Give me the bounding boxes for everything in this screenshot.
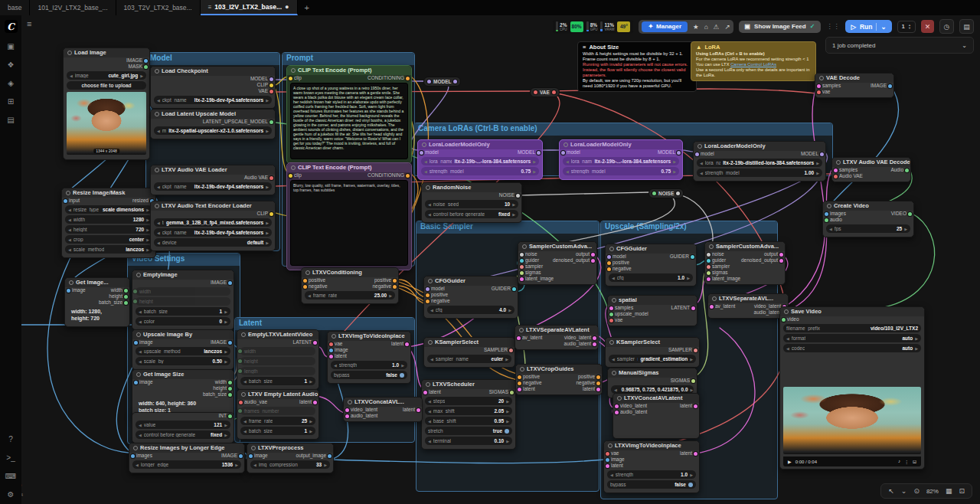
cfg-guider-basic[interactable]: CFGGuidermodelGUIDERpositivenegative◀cfg… [423,276,518,319]
widget-img_compression[interactable]: ◀img_compression33▶ [250,460,330,469]
output-slot-positive[interactable]: positive [578,374,600,380]
slot-dot[interactable] [329,349,333,352]
slot-dot[interactable] [817,84,821,88]
ltxv-conditioning[interactable]: LTXVConditioningpositivepositivenegative… [301,267,399,304]
collapse-icon[interactable] [155,69,159,74]
slot-dot[interactable] [67,289,70,293]
input-slot-sigmas[interactable]: sigmas [520,270,541,276]
output-slot-INT[interactable]: INT [219,413,232,419]
slot-dot[interactable] [512,287,516,291]
canvas-menu-icon[interactable]: ≡ [27,19,31,28]
arrow-left-icon[interactable]: ◀ [243,429,247,434]
widget-ckpt_name[interactable]: ◀ckpt_nameltx-2-19b-dev-fp4.safetensors▶ [154,182,272,191]
output-slot-negative[interactable]: negative [576,380,600,386]
int-primitive[interactable]: INT◀value121▶◀control before generatefix… [132,412,234,443]
input-slot-guider[interactable]: guider [707,257,726,263]
widget-width[interactable]: ◀width1280▶ [65,215,152,224]
arrow-right-icon[interactable]: ▶ [533,169,536,174]
output-slot-negative[interactable]: negative [372,283,397,290]
ltxv-audio-vae-loader[interactable]: LTXV Audio VAE LoaderAudio VAE◀ckpt_name… [150,165,276,195]
slot-dot[interactable] [518,375,521,379]
tab-1[interactable]: 101_I2V_LTX2_base_... [30,0,116,15]
widget-text_encoder[interactable]: ◀text_encodergemma_3_12B_it_fp4_mixed.sa… [154,218,272,227]
node-title[interactable]: Load Checkpoint [151,67,275,76]
slot-dot[interactable] [345,408,349,412]
output-slot-denoised_output[interactable]: denoised_output [741,257,783,263]
arrow-left-icon[interactable]: ◀ [428,419,431,424]
output-slot-IMAGE[interactable]: IMAGE [211,339,232,345]
load-image[interactable]: Load ImageIMAGEMASK◀imagecute_girl.jpg▶c… [63,47,150,160]
slot-dot[interactable] [64,199,67,203]
ksampler-select-basic[interactable]: KSamplerSelectSAMPLER◀sampler_nameeuler▶ [423,337,515,368]
input-slot-model[interactable]: model [420,149,439,155]
collapse-icon[interactable] [241,392,246,397]
slot-dot[interactable] [834,175,838,178]
input-slot-image[interactable]: image [329,347,348,353]
arrow-right-icon[interactable]: ▶ [904,227,907,231]
arrow-left-icon[interactable]: ◀ [139,319,142,324]
slot-dot[interactable] [591,253,595,257]
graph-canvas[interactable]: ModelPromptCamera LoRAs (Ctrl-B to enabl… [0,0,980,504]
job-status-dropdown[interactable]: 1 job completed ⌄ [825,37,974,54]
arrow-right-icon[interactable]: ▶ [690,357,693,362]
slot-dot[interactable] [593,342,596,346]
arrow-right-icon[interactable]: ▶ [235,463,238,467]
input-slot-image[interactable]: image [606,457,625,463]
ltxv-empty-latent-audio[interactable]: LTXV Empty Latent Audioaudio_vaelatentfr… [237,389,319,440]
slot-dot[interactable] [782,318,786,322]
widget-filename_prefix[interactable]: filename_prefixvideo/103_I2V_LTX2 [783,324,921,332]
stepper-arrows-icon[interactable]: ▲▼ [908,24,911,30]
collapse-icon[interactable] [67,51,72,55]
node-title[interactable]: LoraLoaderModelOnly [560,140,682,149]
model-library-icon[interactable]: ◈ [0,78,21,88]
toggle-knob-icon[interactable] [505,429,509,434]
random-noise[interactable]: RandomNoiseNOISE◀noise_seed10▶◀control b… [421,182,522,223]
widget-upscale_method[interactable]: ◀upscale_methodlanczos▶ [136,347,230,355]
input-slot-av_latent[interactable]: av_latent [517,335,542,341]
node-title[interactable]: Resize Images by Longer Edge [129,443,244,453]
home-icon[interactable]: ⌂ [704,23,708,31]
ltxv-scheduler[interactable]: LTXVSchedulerlatentSIGMAS◀steps20▶◀max_s… [421,379,516,450]
alert-icon[interactable]: ⚠ [714,23,720,31]
ltxv-crop-guides[interactable]: LTXVCropGuidespositivepositivenegativene… [515,364,603,395]
empty-image[interactable]: EmptyImageIMAGEwidthheight◀batch_size1▶◀… [132,270,234,330]
output-slot-LATENT[interactable]: LATENT [671,305,695,311]
output-slot-CONDITIONING[interactable]: CONDITIONING [368,172,410,178]
arrow-right-icon[interactable]: ▶ [505,357,508,362]
arrow-left-icon[interactable]: ◀ [829,227,832,231]
slot-dot[interactable] [228,281,232,285]
arrow-left-icon[interactable]: ◀ [786,336,789,341]
pill-dot-left[interactable] [427,80,431,83]
output-slot-LATENT_UPSCALE_MODEL[interactable]: LATENT_UPSCALE_MODEL [203,119,273,125]
node-title[interactable]: LTXVConcatAVL... [344,398,422,407]
input-slot-images[interactable]: images [825,211,846,217]
tab-2[interactable]: 103_T2V_LTX2_base... [116,0,201,15]
arrow-left-icon[interactable]: ◀ [157,231,160,235]
vae-decode[interactable]: VAE DecodesamplesIMAGEvae [815,73,894,98]
input-slot-vae[interactable]: vae [609,317,622,323]
slot-dot[interactable] [517,336,521,340]
input-slot-vae[interactable]: vae [606,450,619,457]
node-title[interactable]: LTXVImgToVideoInplace [328,332,410,341]
arrow-left-icon[interactable]: ◀ [700,161,703,165]
slot-dot[interactable] [694,404,697,408]
node-title[interactable]: Load Latent Upscale Model [151,110,275,119]
arrow-right-icon[interactable]: ▶ [506,419,509,424]
arrow-left-icon[interactable]: ◀ [428,409,431,414]
slot-dot[interactable] [416,408,420,412]
slot-dot[interactable] [228,381,232,385]
input-slot-image[interactable]: image [134,339,153,345]
group-title[interactable]: Basic Sampler [416,221,599,234]
input-slot-positive[interactable]: positive [518,374,540,380]
widget-value[interactable]: ◀value121▶ [136,421,230,429]
note-link[interactable]: Camera Control LoRAs [730,62,776,67]
output-slot-MASK[interactable]: MASK [129,64,148,70]
slot-dot[interactable] [239,454,243,458]
output-slot-latent[interactable]: latent [583,386,600,392]
upload-button[interactable]: choose file to upload [67,81,146,90]
input-slot-model[interactable]: model [607,254,626,260]
collapse-icon[interactable] [426,382,430,387]
input-slot-clip[interactable]: clip [289,75,302,81]
ltxv-img-to-video-inplace-upscale[interactable]: LTXVImgToVideoInplacevaelatentimagelaten… [603,440,700,493]
prompt-textarea[interactable]: A close up shot of a young waitress in a… [290,83,408,159]
